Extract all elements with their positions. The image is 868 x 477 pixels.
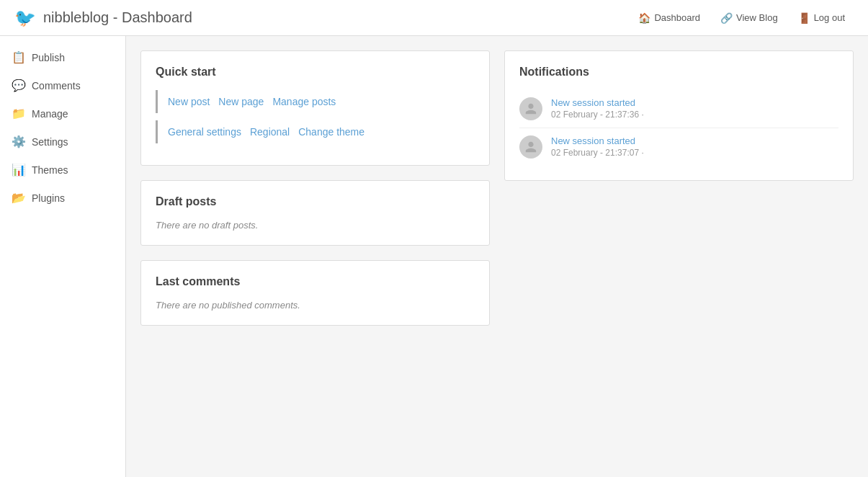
draft-posts-empty: There are no draft posts. [156,220,475,231]
last-comments-panel: Last comments There are no published com… [140,260,490,326]
comments-icon: 💬 [12,79,24,92]
manage-icon: 📁 [12,107,24,120]
sidebar-item-manage-label: Manage [32,108,68,120]
new-page-link[interactable]: New page [218,96,264,107]
header-navigation: 🏠 Dashboard 🔗 View Blog 🚪 Log out [630,8,854,28]
notification-content-2: New session started 02 February - 21:37:… [551,135,838,158]
last-comments-empty: There are no published comments. [156,300,475,311]
header: 🐦 nibbleblog - Dashboard 🏠 Dashboard 🔗 V… [0,0,868,36]
notifications-title: Notifications [519,66,838,79]
notification-date-2: 02 February - 21:37:07 · [551,148,838,158]
quick-start-title: Quick start [156,66,475,79]
logout-nav-label: Log out [814,12,845,23]
brand: 🐦 nibbleblog - Dashboard [14,8,192,28]
sidebar-item-themes[interactable]: 📊 Themes [0,156,125,184]
sidebar-item-comments[interactable]: 💬 Comments [0,71,125,99]
logo-icon: 🐦 [14,8,36,28]
quick-start-post-links: New post New page Manage posts [168,96,465,107]
avatar-2 [519,135,542,159]
settings-icon: ⚙️ [12,135,24,148]
logout-icon: 🚪 [798,12,810,24]
notification-content-1: New session started 02 February - 21:37:… [551,97,838,120]
notification-item-1: New session started 02 February - 21:37:… [519,90,838,128]
quick-start-settings-section: General settings Regional Change theme [156,120,475,143]
sidebar-item-themes-label: Themes [32,164,68,176]
notifications-panel: Notifications New session started 02 Feb… [504,50,854,181]
view-blog-icon: 🔗 [720,12,733,24]
right-column: Notifications New session started 02 Feb… [504,50,854,340]
notification-item-2: New session started 02 February - 21:37:… [519,128,838,166]
sidebar-item-comments-label: Comments [32,80,81,92]
last-comments-title: Last comments [156,275,475,288]
notification-title-1[interactable]: New session started [551,97,838,108]
notification-date-1: 02 February - 21:37:36 · [551,110,838,120]
dashboard-nav-label: Dashboard [654,12,700,23]
sidebar-item-manage[interactable]: 📁 Manage [0,99,125,128]
left-column: Quick start New post New page Manage pos… [140,50,490,340]
sidebar-item-plugins[interactable]: 📂 Plugins [0,184,125,212]
content-grid: Quick start New post New page Manage pos… [140,50,854,340]
quick-start-panel: Quick start New post New page Manage pos… [140,50,490,166]
dashboard-icon: 🏠 [638,12,650,24]
sidebar-item-plugins-label: Plugins [32,192,65,204]
dashboard-nav-item[interactable]: 🏠 Dashboard [630,8,709,28]
main-content: Quick start New post New page Manage pos… [126,36,868,477]
regional-link[interactable]: Regional [250,126,290,138]
plugins-icon: 📂 [12,191,24,205]
brand-title: nibbleblog - Dashboard [43,9,192,26]
general-settings-link[interactable]: General settings [168,126,241,138]
view-blog-nav-label: View Blog [736,12,778,23]
sidebar: 📋 Publish 💬 Comments 📁 Manage ⚙️ Setting… [0,36,126,477]
avatar-1 [519,97,542,120]
sidebar-item-publish-label: Publish [32,52,65,63]
publish-icon: 📋 [12,50,24,64]
logout-nav-item[interactable]: 🚪 Log out [789,8,854,28]
draft-posts-panel: Draft posts There are no draft posts. [140,180,490,246]
sidebar-item-settings[interactable]: ⚙️ Settings [0,128,125,156]
change-theme-link[interactable]: Change theme [298,126,364,138]
notification-title-2[interactable]: New session started [551,135,838,146]
layout: 📋 Publish 💬 Comments 📁 Manage ⚙️ Setting… [0,36,868,477]
quick-start-post-section: New post New page Manage posts [156,90,475,113]
sidebar-item-settings-label: Settings [32,136,68,148]
quick-start-settings-links: General settings Regional Change theme [168,126,465,138]
view-blog-nav-item[interactable]: 🔗 View Blog [712,8,787,28]
new-post-link[interactable]: New post [168,96,210,107]
manage-posts-link[interactable]: Manage posts [272,96,336,107]
draft-posts-title: Draft posts [156,195,475,208]
themes-icon: 📊 [12,163,24,177]
sidebar-item-publish[interactable]: 📋 Publish [0,43,125,71]
